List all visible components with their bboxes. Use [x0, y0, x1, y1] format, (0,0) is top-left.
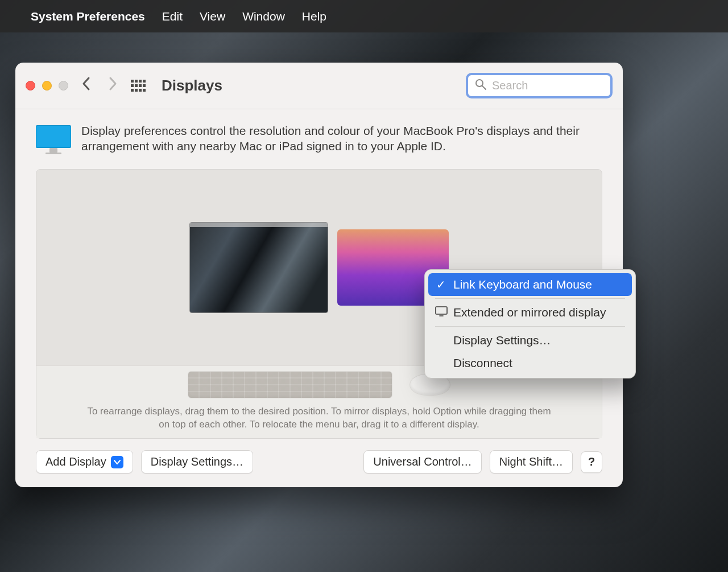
- menu-view[interactable]: View: [200, 10, 225, 23]
- search-field[interactable]: [466, 73, 613, 98]
- monitor-main[interactable]: [189, 222, 328, 313]
- display-context-menu: ✓ Link Keyboard and Mouse Extended or mi…: [424, 269, 636, 378]
- svg-rect-8: [131, 89, 134, 92]
- zoom-button[interactable]: [59, 81, 68, 90]
- svg-rect-10: [139, 89, 142, 92]
- keyboard-icon: [188, 371, 392, 398]
- search-input[interactable]: [492, 79, 636, 92]
- titlebar: Displays: [15, 63, 623, 109]
- help-button[interactable]: ?: [581, 451, 602, 473]
- menubar: System Preferences Edit View Window Help: [0, 0, 728, 32]
- universal-control-button[interactable]: Universal Control…: [363, 450, 481, 474]
- menu-window[interactable]: Window: [242, 10, 285, 23]
- add-display-label: Add Display: [46, 455, 106, 468]
- svg-rect-6: [139, 84, 142, 87]
- close-button[interactable]: [26, 81, 35, 90]
- svg-rect-7: [143, 84, 146, 87]
- app-menu[interactable]: System Preferences: [31, 10, 145, 23]
- window-controls: [26, 81, 68, 90]
- svg-rect-11: [143, 89, 146, 92]
- menu-edit[interactable]: Edit: [162, 10, 183, 23]
- night-shift-button[interactable]: Night Shift…: [490, 450, 573, 474]
- svg-rect-0: [131, 80, 134, 83]
- checkmark-icon: ✓: [435, 278, 446, 291]
- svg-rect-5: [135, 84, 138, 87]
- search-icon: [475, 79, 486, 93]
- menu-help[interactable]: Help: [302, 10, 326, 23]
- pane-title: Displays: [162, 77, 222, 94]
- display-settings-button[interactable]: Display Settings…: [141, 450, 253, 474]
- svg-rect-2: [139, 80, 142, 83]
- menu-separator: [435, 326, 625, 327]
- chevron-down-icon: [111, 456, 123, 468]
- svg-rect-14: [436, 307, 447, 314]
- svg-rect-9: [135, 89, 138, 92]
- display-icon: [435, 306, 446, 319]
- svg-point-12: [476, 80, 483, 87]
- footer-row: Add Display Display Settings… Universal …: [36, 439, 602, 474]
- menu-link-keyboard-mouse[interactable]: ✓ Link Keyboard and Mouse: [428, 273, 632, 296]
- svg-rect-4: [131, 84, 134, 87]
- menu-display-settings[interactable]: Display Settings…: [428, 329, 632, 352]
- displays-pane-icon: [36, 125, 71, 148]
- forward-button[interactable]: [105, 76, 121, 95]
- menu-extended-mirrored[interactable]: Extended or mirrored display: [428, 301, 632, 324]
- menu-separator: [435, 298, 625, 299]
- svg-line-13: [482, 86, 486, 89]
- intro-row: Display preferences control the resoluti…: [36, 123, 602, 154]
- back-button[interactable]: [78, 76, 94, 95]
- minimize-button[interactable]: [42, 81, 52, 90]
- menu-disconnect[interactable]: Disconnect: [428, 352, 632, 375]
- show-all-button[interactable]: [131, 80, 146, 92]
- add-display-button[interactable]: Add Display: [36, 450, 133, 474]
- svg-rect-3: [143, 80, 146, 83]
- arrangement-hint: To rearrange displays, drag them to the …: [86, 405, 552, 431]
- svg-rect-1: [135, 80, 138, 83]
- intro-text: Display preferences control the resoluti…: [81, 123, 602, 154]
